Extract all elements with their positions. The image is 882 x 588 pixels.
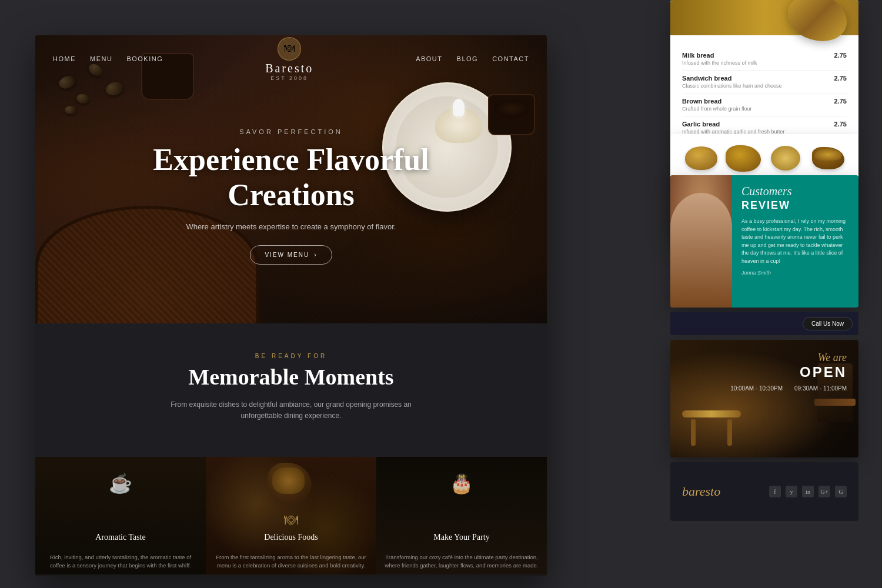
main-site: HOME MENU BOOKING 🍽 Baresto EST 2008 ABO…: [35, 35, 547, 576]
hour-time-2: 09:30AM - 11:00PM: [794, 385, 847, 392]
call-bar: Call Us Now: [670, 312, 858, 335]
review-title-bold: REVIEW: [741, 199, 849, 212]
review-text: As a busy professional, I rely on my mor…: [741, 218, 849, 265]
nav-about[interactable]: ABOUT: [416, 55, 442, 62]
cafe-table: [682, 410, 741, 446]
menu-item-price: 2.75: [834, 52, 847, 59]
google-icon[interactable]: G: [835, 486, 847, 497]
menu-item-name: Sandwich bread: [682, 75, 782, 82]
menu-item-price: 2.75: [834, 121, 847, 128]
food-image: [268, 463, 312, 504]
card-party: 🎂 Make Your Party Transforming our cozy …: [376, 457, 547, 574]
menu-item-info: Garlic bread Infused with aromatic garli…: [682, 121, 785, 135]
menu-item-info: Brown bread Crafted from whole grain flo…: [682, 98, 752, 112]
nav-booking[interactable]: BOOKING: [126, 55, 163, 62]
view-menu-label: VIEW MENU: [265, 252, 309, 258]
open-panel: We are OPEN 10:00AM - 10:30PM 09:30AM - …: [670, 340, 858, 457]
menu-item-row: Milk bread Infused with the richness of …: [682, 48, 847, 71]
social-icons: f y in G+ G: [769, 486, 847, 497]
open-hour-2: 09:30AM - 11:00PM: [794, 385, 847, 392]
hero-subtitle: Where artistry meets expertise to create…: [59, 222, 523, 231]
bread-roll: [812, 147, 844, 169]
table-top: [682, 410, 741, 417]
review-author: Jonna Smith: [741, 270, 849, 276]
feature-tagline: BE READY FOR: [59, 353, 523, 359]
menu-item-desc: Classic combinations like ham and cheese: [682, 83, 782, 89]
open-info: We are OPEN 10:00AM - 10:30PM 09:30AM - …: [730, 352, 847, 392]
menu-item-info: Sandwich bread Classic combinations like…: [682, 75, 782, 89]
menu-item-desc: Infused with the richness of milk: [682, 60, 757, 66]
open-script: We are: [730, 352, 847, 364]
view-menu-button[interactable]: VIEW MENU ›: [250, 245, 332, 265]
menu-item-name: Brown bread: [682, 98, 752, 105]
card-title: Aromatic Taste: [35, 533, 206, 542]
footer-logo: baresto: [682, 484, 720, 499]
menu-item-row: Brown bread Crafted from whole grain flo…: [682, 93, 847, 116]
logo-icon: 🍽: [278, 37, 301, 61]
feature-cards: ☕ Aromatic Taste Rich, inviting, and utt…: [35, 457, 547, 574]
feature-title: Memorable Moments: [59, 364, 523, 390]
brand-footer: baresto f y in G+ G: [670, 462, 858, 521]
open-title: OPEN: [730, 364, 847, 380]
card-foods: 🍽 Delicious Foods From the first tantali…: [206, 457, 376, 574]
open-hours: 10:00AM - 10:30PM 09:30AM - 11:00PM: [730, 385, 847, 392]
menu-item-row: Sandwich bread Classic combinations like…: [682, 71, 847, 93]
nav-blog[interactable]: BLOG: [457, 55, 479, 62]
nav-contact[interactable]: CONTACT: [492, 55, 529, 62]
bread-icon-1: [683, 143, 719, 173]
bread-roll: [685, 146, 717, 170]
facebook-icon[interactable]: f: [769, 486, 781, 497]
cake-icon: 🎂: [447, 469, 476, 498]
site-logo: 🍽 Baresto EST 2008: [265, 37, 313, 81]
food-photo: [268, 463, 315, 504]
youtube-icon[interactable]: y: [786, 486, 797, 497]
olive-dot: [65, 106, 76, 114]
bread-icon-4: [810, 143, 846, 173]
table-leg: [727, 419, 732, 446]
nav-links-right: ABOUT BLOG CONTACT: [416, 55, 529, 62]
card-text: Transforming our cozy café into the ulti…: [383, 553, 540, 570]
bread-roll: [771, 146, 800, 171]
chair-seat: [814, 399, 856, 406]
hero-title: Experience Flavorful Creations: [59, 142, 523, 213]
right-panels: Milk bread Infused with the richness of …: [659, 0, 858, 588]
nav-home[interactable]: HOME: [53, 55, 76, 62]
hero-section: HOME MENU BOOKING 🍽 Baresto EST 2008 ABO…: [35, 35, 547, 323]
coffee-icon: ☕: [106, 469, 135, 498]
card-text: Rich, inviting, and utterly tantalizing,…: [42, 553, 199, 570]
googleplus-icon[interactable]: G+: [818, 486, 830, 497]
hero-tagline: SAVOR PERFECTION: [59, 128, 523, 135]
linkedin-icon[interactable]: in: [802, 486, 814, 497]
card-title: Delicious Foods: [206, 533, 376, 542]
menu-item-price: 2.75: [834, 75, 847, 82]
olive-dot: [105, 80, 125, 97]
hour-time-1: 10:00AM - 10:30PM: [730, 385, 783, 392]
menu-item-name: Milk bread: [682, 52, 757, 59]
navigation: HOME MENU BOOKING 🍽 Baresto EST 2008 ABO…: [35, 35, 547, 82]
review-customer-image: [670, 175, 732, 308]
arrow-icon: ›: [314, 252, 317, 258]
dish-icon: 🍽: [276, 505, 306, 534]
hero-title-line2: Creations: [228, 178, 355, 212]
menu-item-name: Garlic bread: [682, 121, 785, 128]
bread-icon-2: [726, 143, 761, 173]
menu-item-info: Milk bread Infused with the richness of …: [682, 52, 757, 66]
review-title-script: Customers: [741, 185, 849, 198]
table-leg: [691, 419, 696, 446]
call-now-button[interactable]: Call Us Now: [803, 317, 853, 330]
review-panel: Customers REVIEW As a busy professional,…: [670, 175, 858, 308]
card-title: Make Your Party: [376, 533, 547, 542]
nav-menu[interactable]: MENU: [90, 55, 112, 62]
feature-description: From exquisite dishes to delightful ambi…: [168, 399, 415, 422]
menu-item-desc: Crafted from whole grain flour: [682, 106, 752, 112]
logo-est: EST 2008: [265, 75, 313, 81]
feature-section: BE READY FOR Memorable Moments From exqu…: [35, 323, 547, 457]
bread-hero-image: [670, 0, 858, 35]
hero-title-line1: Experience Flavorful: [153, 143, 429, 176]
card-text: From the first tantalizing aroma to the …: [213, 553, 369, 570]
hero-content: SAVOR PERFECTION Experience Flavorful Cr…: [59, 128, 523, 265]
food-inner: [272, 467, 305, 494]
review-content: Customers REVIEW As a busy professional,…: [732, 175, 858, 308]
nav-links-left: HOME MENU BOOKING: [53, 55, 163, 62]
bread-icon-3: [768, 143, 803, 173]
